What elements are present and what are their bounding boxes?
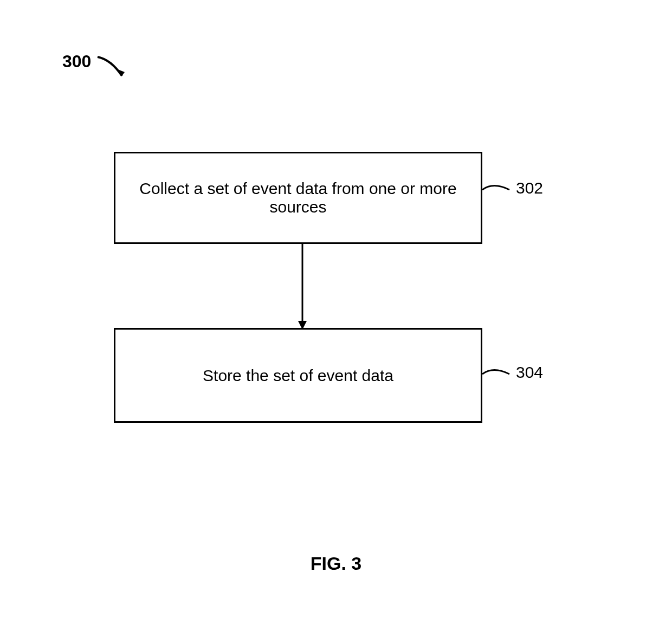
curved-arrow-icon [95,52,138,89]
connector-curve-2-icon [482,363,515,388]
step-1-reference: 302 [516,179,543,197]
flowchart-step-1: Collect a set of event data from one or … [114,152,482,244]
figure-caption: FIG. 3 [0,553,672,574]
flowchart-step-2-text: Store the set of event data [203,366,393,385]
step-2-reference: 304 [516,363,543,382]
flowchart-step-2: Store the set of event data [114,328,482,423]
arrow-down-icon [297,244,308,331]
connector-curve-1-icon [482,179,515,203]
figure-number-label: 300 [62,52,91,72]
flowchart-step-1-text: Collect a set of event data from one or … [137,179,459,216]
